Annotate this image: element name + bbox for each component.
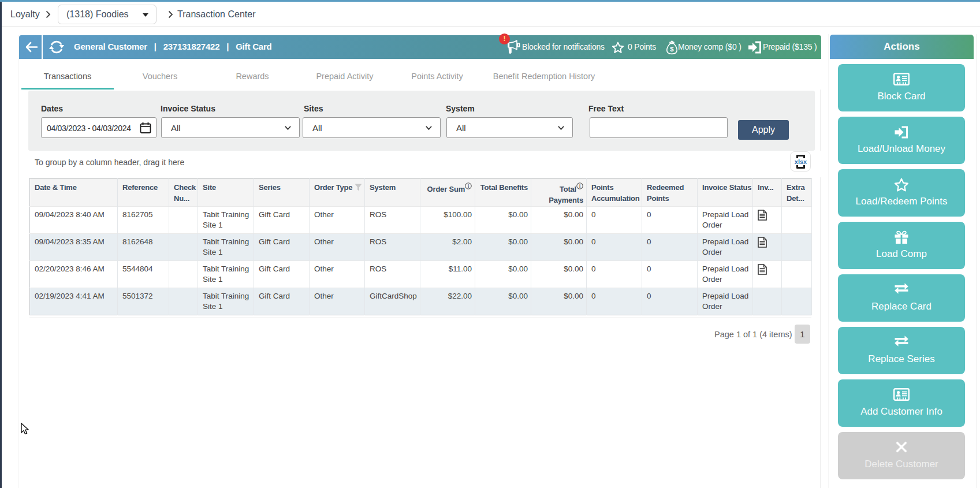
- svg-text:$: $: [670, 46, 674, 53]
- svg-text:i: i: [579, 184, 581, 189]
- svg-text:i: i: [468, 184, 469, 189]
